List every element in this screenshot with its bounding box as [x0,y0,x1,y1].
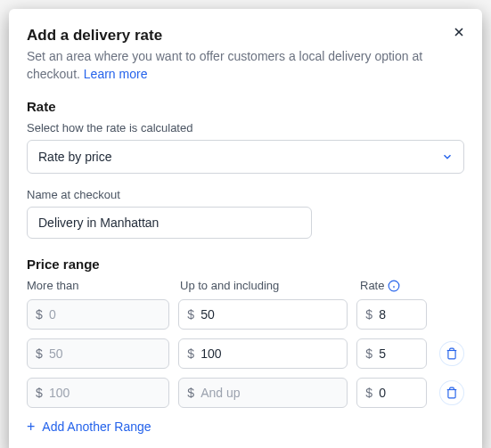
delete-row-button[interactable] [439,341,464,366]
price-range-section: Price range More than Up to and includin… [27,257,464,436]
col-header-rate: Rate [360,279,431,292]
rate-header-text: Rate [360,279,384,292]
up-to-wrapper: $ [178,299,348,330]
delete-row-button[interactable] [439,380,464,405]
add-range-button[interactable]: + Add Another Range [27,417,151,436]
up-to-input [178,378,348,408]
info-icon[interactable] [388,280,400,292]
learn-more-link[interactable]: Learn more [84,67,148,81]
more-than-input [27,299,169,330]
price-heading: Price range [27,257,464,272]
rate-input[interactable] [356,338,427,369]
delivery-rate-modal: Add a delivery rate Set an area where yo… [9,9,482,448]
plus-icon: + [27,419,35,435]
price-row: $$$ [27,378,464,408]
price-row: $$$ [27,299,464,330]
up-to-input[interactable] [178,338,348,369]
close-icon [452,25,466,39]
modal-title: Add a delivery rate [27,27,464,45]
add-range-label: Add Another Range [42,419,151,434]
more-than-input [27,338,169,369]
rate-heading: Rate [27,99,464,114]
name-input[interactable] [27,207,312,239]
trash-icon [446,347,458,360]
col-header-upto: Up to and including [180,279,351,292]
trash-icon [446,387,458,399]
calc-select-wrapper: Rate by price [27,140,464,174]
more-than-wrapper: $ [27,338,169,369]
calc-label: Select how the rate is calculated [27,121,464,134]
close-button[interactable] [450,23,468,41]
up-to-wrapper: $ [178,338,348,369]
column-headers: More than Up to and including Rate [27,279,464,292]
up-to-input[interactable] [178,299,348,330]
more-than-wrapper: $ [27,378,169,408]
more-than-wrapper: $ [27,299,169,330]
rate-wrapper: $ [356,378,427,408]
modal-subtitle: Set an area where you want to offer cust… [27,48,464,83]
rate-input[interactable] [356,299,427,330]
name-label: Name at checkout [27,188,464,201]
rate-input[interactable] [356,378,427,408]
calc-select[interactable]: Rate by price [27,140,464,174]
up-to-wrapper: $ [178,378,348,408]
price-rows-container: $$$$$$$$$ [27,299,464,408]
rate-wrapper: $ [356,299,427,330]
col-header-more: More than [27,279,171,292]
rate-wrapper: $ [356,338,427,369]
price-row: $$$ [27,338,464,369]
more-than-input [27,378,169,408]
